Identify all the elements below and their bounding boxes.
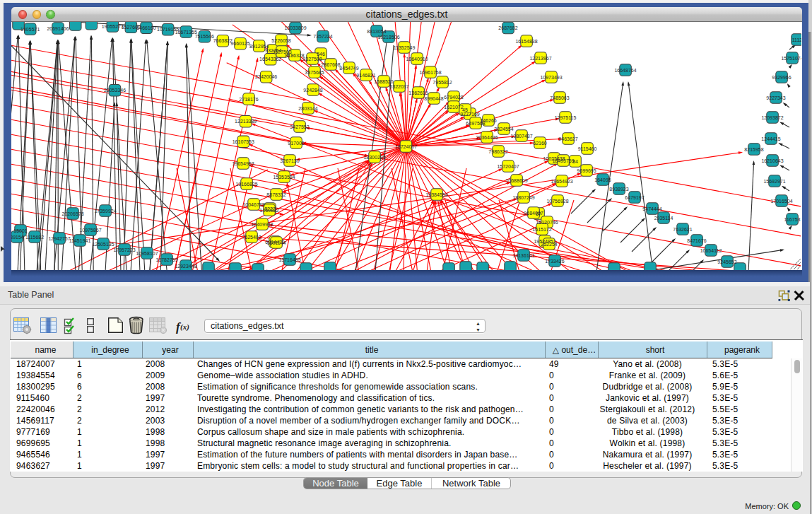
svg-text:12093872: 12093872 (761, 115, 783, 120)
svg-text:7663822: 7663822 (213, 38, 233, 43)
svg-text:116753: 116753 (784, 217, 801, 222)
svg-text:1691144: 1691144 (267, 240, 286, 245)
svg-text:16961758: 16961758 (419, 70, 441, 75)
svg-text:15720407: 15720407 (497, 164, 519, 169)
svg-text:9245652: 9245652 (717, 259, 736, 264)
svg-text:8215958: 8215958 (744, 147, 763, 152)
svg-text:7625402: 7625402 (242, 235, 261, 240)
svg-text:18807249: 18807249 (512, 195, 534, 200)
svg-text:14136141: 14136141 (512, 253, 534, 258)
svg-text:9474444: 9474444 (642, 206, 661, 211)
svg-text:746266: 746266 (480, 118, 496, 123)
svg-text:19166825: 19166825 (235, 182, 257, 187)
svg-text:22420046: 22420046 (255, 74, 277, 79)
svg-text:18640910: 18640910 (406, 57, 428, 62)
svg-text:10688609: 10688609 (505, 178, 527, 183)
svg-text:16033809: 16033809 (284, 25, 306, 30)
svg-text:12213967: 12213967 (529, 56, 551, 61)
svg-text:19654963: 19654963 (232, 161, 254, 166)
svg-text:8878332: 8878332 (266, 192, 286, 197)
svg-text:19218506: 19218506 (377, 35, 399, 40)
svg-text:7485063: 7485063 (550, 95, 569, 100)
svg-text:84: 84 (572, 159, 578, 164)
svg-text:15353594: 15353594 (273, 175, 295, 180)
svg-text:5322037: 5322037 (389, 84, 408, 89)
svg-text:917006: 917006 (288, 141, 304, 146)
svg-text:9227343: 9227343 (766, 95, 785, 100)
svg-text:9660125: 9660125 (230, 41, 249, 46)
svg-text:12975115: 12975115 (555, 115, 577, 120)
svg-text:2718176: 2718176 (239, 97, 258, 102)
svg-text:16543362: 16543362 (259, 57, 281, 62)
svg-text:10654112: 10654112 (700, 248, 722, 253)
svg-text:1362615: 1362615 (408, 90, 428, 95)
svg-text:3375685: 3375685 (305, 70, 324, 75)
svg-text:2803144: 2803144 (298, 106, 317, 111)
svg-text:6479197: 6479197 (625, 195, 644, 200)
svg-text:19384554: 19384554 (425, 192, 447, 197)
svg-text:9329966: 9329966 (772, 75, 791, 80)
svg-text:3824554: 3824554 (494, 127, 513, 132)
svg-text:9146821: 9146821 (356, 73, 375, 78)
svg-text:2935114: 2935114 (654, 216, 673, 221)
svg-text:546: 546 (317, 52, 325, 57)
svg-text:3427552: 3427552 (290, 124, 309, 129)
svg-text:10756928: 10756928 (546, 199, 568, 204)
svg-text:10046788: 10046788 (242, 202, 264, 207)
svg-text:8186328: 8186328 (285, 53, 304, 58)
svg-text:1469822: 1469822 (259, 208, 278, 213)
svg-text:9684067: 9684067 (524, 211, 543, 216)
svg-text:5226058: 5226058 (271, 38, 290, 43)
svg-text:10807487: 10807487 (510, 134, 532, 139)
svg-text:7357224: 7357224 (313, 34, 332, 39)
svg-text:15692971: 15692971 (763, 179, 785, 184)
svg-text:17016504: 17016504 (770, 199, 792, 204)
svg-text:9115460: 9115460 (578, 146, 597, 151)
svg-text:1621072: 1621072 (444, 105, 463, 110)
svg-text:8454749: 8454749 (339, 66, 358, 71)
svg-text:8813054: 8813054 (367, 29, 386, 34)
svg-text:8938923: 8938923 (609, 187, 628, 192)
svg-text:12213389: 12213389 (235, 119, 257, 124)
svg-text:7955812: 7955812 (433, 80, 452, 85)
svg-text:8471676: 8471676 (687, 238, 706, 243)
svg-text:18300295: 18300295 (363, 155, 385, 160)
svg-text:9777169: 9777169 (460, 112, 479, 117)
svg-text:18495759: 18495759 (552, 158, 574, 163)
svg-text:1615172: 1615172 (532, 227, 551, 232)
svg-text:9242848: 9242848 (303, 88, 322, 93)
svg-text:16120746: 16120746 (536, 220, 558, 225)
svg-text:2867608: 2867608 (321, 62, 340, 67)
svg-text:16409948: 16409948 (251, 222, 273, 227)
svg-text:6794028: 6794028 (444, 95, 463, 100)
svg-text:9699695: 9699695 (577, 168, 596, 173)
svg-text:16210643: 16210643 (761, 158, 783, 163)
svg-text:1733426: 1733426 (545, 259, 564, 264)
svg-text:9463627: 9463627 (558, 136, 577, 141)
svg-text:1244415: 1244415 (761, 136, 780, 141)
svg-text:15751074: 15751074 (781, 56, 801, 61)
svg-text:7632621: 7632621 (673, 227, 692, 232)
svg-text:16107553: 16107553 (233, 139, 254, 144)
svg-text:18724007: 18724007 (395, 144, 417, 149)
svg-text:16154838: 16154838 (515, 39, 537, 44)
svg-text:7986322: 7986322 (488, 149, 507, 154)
svg-text:20364436: 20364436 (476, 135, 498, 140)
svg-text:9327508: 9327508 (302, 57, 322, 62)
svg-text:1588520: 1588520 (374, 79, 393, 84)
svg-text:2687682: 2687682 (498, 25, 517, 30)
svg-text:3267130: 3267130 (280, 158, 299, 163)
svg-text:1112: 1112 (792, 37, 801, 42)
svg-text:8990448: 8990448 (424, 96, 443, 101)
svg-text:15716485: 15716485 (278, 257, 300, 262)
svg-text:252254: 252254 (541, 242, 557, 247)
svg-text:16648764: 16648764 (614, 68, 636, 73)
svg-text:10973493: 10973493 (540, 75, 562, 80)
svg-text:(x): (x) (180, 322, 189, 332)
svg-text:19654923: 19654923 (551, 179, 572, 184)
svg-text:164095: 164095 (594, 177, 611, 182)
svg-text:45: 45 (462, 107, 468, 112)
svg-text:62160: 62160 (533, 141, 547, 146)
svg-text:11352549: 11352549 (394, 45, 416, 50)
